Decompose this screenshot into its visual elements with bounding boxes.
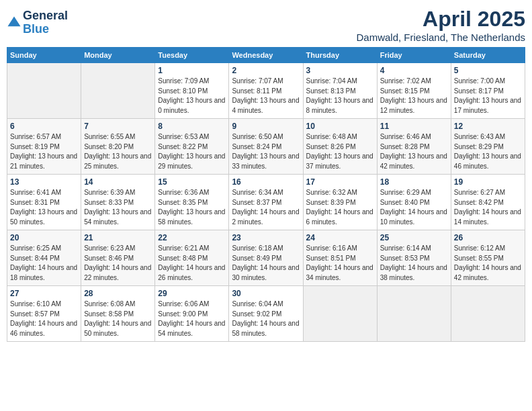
day-number: 24 [306, 233, 374, 242]
day-info: Sunrise: 6:53 AM Sunset: 8:22 PM Dayligh… [158, 132, 226, 171]
calendar-table: SundayMondayTuesdayWednesdayThursdayFrid… [7, 47, 525, 342]
day-info: Sunrise: 6:27 AM Sunset: 8:42 PM Dayligh… [454, 188, 522, 227]
calendar-cell: 17Sunrise: 6:32 AM Sunset: 8:39 PM Dayli… [303, 175, 377, 230]
day-info: Sunrise: 6:21 AM Sunset: 8:48 PM Dayligh… [158, 244, 226, 283]
calendar-cell: 9Sunrise: 6:50 AM Sunset: 8:24 PM Daylig… [229, 119, 303, 175]
weekday-header-tuesday: Tuesday [155, 48, 229, 63]
weekday-header-wednesday: Wednesday [229, 48, 303, 63]
day-info: Sunrise: 6:32 AM Sunset: 8:39 PM Dayligh… [306, 188, 374, 227]
week-row-4: 27Sunrise: 6:10 AM Sunset: 8:57 PM Dayli… [7, 286, 525, 342]
calendar-cell: 2Sunrise: 7:07 AM Sunset: 8:11 PM Daylig… [229, 63, 303, 119]
day-info: Sunrise: 6:06 AM Sunset: 9:00 PM Dayligh… [158, 300, 226, 338]
weekday-header-thursday: Thursday [303, 48, 377, 63]
day-number: 9 [232, 122, 300, 131]
calendar-cell: 10Sunrise: 6:48 AM Sunset: 8:26 PM Dayli… [303, 119, 377, 175]
weekday-header-row: SundayMondayTuesdayWednesdayThursdayFrid… [7, 48, 525, 63]
day-info: Sunrise: 6:43 AM Sunset: 8:29 PM Dayligh… [454, 132, 522, 171]
day-info: Sunrise: 6:08 AM Sunset: 8:58 PM Dayligh… [84, 300, 152, 338]
day-info: Sunrise: 6:46 AM Sunset: 8:28 PM Dayligh… [380, 132, 448, 171]
calendar-cell: 18Sunrise: 6:29 AM Sunset: 8:40 PM Dayli… [377, 175, 451, 230]
calendar-cell: 3Sunrise: 7:04 AM Sunset: 8:13 PM Daylig… [303, 63, 377, 119]
calendar-cell: 6Sunrise: 6:57 AM Sunset: 8:19 PM Daylig… [7, 119, 81, 175]
week-row-1: 6Sunrise: 6:57 AM Sunset: 8:19 PM Daylig… [7, 119, 525, 175]
calendar-cell [451, 286, 525, 342]
calendar-cell: 16Sunrise: 6:34 AM Sunset: 8:37 PM Dayli… [229, 175, 303, 230]
calendar-cell: 27Sunrise: 6:10 AM Sunset: 8:57 PM Dayli… [7, 286, 81, 342]
day-info: Sunrise: 6:36 AM Sunset: 8:35 PM Dayligh… [158, 188, 226, 227]
day-number: 15 [158, 177, 226, 187]
calendar-cell: 25Sunrise: 6:14 AM Sunset: 8:53 PM Dayli… [377, 230, 451, 286]
calendar-cell: 20Sunrise: 6:25 AM Sunset: 8:44 PM Dayli… [7, 230, 81, 286]
calendar-cell: 23Sunrise: 6:18 AM Sunset: 8:49 PM Dayli… [229, 230, 303, 286]
day-number: 16 [232, 177, 300, 187]
day-info: Sunrise: 6:25 AM Sunset: 8:44 PM Dayligh… [10, 244, 78, 283]
day-number: 20 [10, 233, 78, 242]
calendar-cell: 26Sunrise: 6:12 AM Sunset: 8:55 PM Dayli… [451, 230, 525, 286]
logo: General Blue [7, 9, 68, 36]
day-info: Sunrise: 6:39 AM Sunset: 8:33 PM Dayligh… [84, 188, 152, 227]
day-number: 5 [454, 66, 522, 75]
day-number: 8 [158, 122, 226, 131]
day-number: 2 [232, 66, 300, 75]
week-row-3: 20Sunrise: 6:25 AM Sunset: 8:44 PM Dayli… [7, 230, 525, 286]
day-number: 21 [84, 233, 152, 242]
calendar-cell [303, 286, 377, 342]
calendar-cell: 13Sunrise: 6:41 AM Sunset: 8:31 PM Dayli… [7, 175, 81, 230]
weekday-header-friday: Friday [377, 48, 451, 63]
day-info: Sunrise: 6:50 AM Sunset: 8:24 PM Dayligh… [232, 132, 300, 171]
calendar-cell: 14Sunrise: 6:39 AM Sunset: 8:33 PM Dayli… [81, 175, 155, 230]
day-info: Sunrise: 6:34 AM Sunset: 8:37 PM Dayligh… [232, 188, 300, 227]
day-info: Sunrise: 6:04 AM Sunset: 9:02 PM Dayligh… [232, 300, 300, 338]
day-number: 27 [10, 289, 78, 298]
weekday-header-saturday: Saturday [451, 48, 525, 63]
day-info: Sunrise: 6:41 AM Sunset: 8:31 PM Dayligh… [10, 188, 78, 227]
logo-icon [7, 15, 21, 30]
calendar-cell [377, 286, 451, 342]
day-number: 3 [306, 66, 374, 75]
calendar-cell: 30Sunrise: 6:04 AM Sunset: 9:02 PM Dayli… [229, 286, 303, 342]
calendar-cell: 4Sunrise: 7:02 AM Sunset: 8:15 PM Daylig… [377, 63, 451, 119]
calendar-cell [81, 63, 155, 119]
logo-text-general: General [23, 9, 68, 23]
day-number: 12 [454, 122, 522, 131]
day-number: 10 [306, 122, 374, 131]
calendar-cell: 24Sunrise: 6:16 AM Sunset: 8:51 PM Dayli… [303, 230, 377, 286]
calendar-subtitle: Damwald, Friesland, The Netherlands [356, 32, 525, 43]
title-block: April 2025 Damwald, Friesland, The Nethe… [356, 7, 525, 43]
day-number: 23 [232, 233, 300, 242]
logo-general: General [23, 9, 68, 22]
logo-blue-text: Blue [23, 22, 49, 36]
calendar-cell: 8Sunrise: 6:53 AM Sunset: 8:22 PM Daylig… [155, 119, 229, 175]
day-info: Sunrise: 6:18 AM Sunset: 8:49 PM Dayligh… [232, 244, 300, 283]
day-number: 11 [380, 122, 448, 131]
day-info: Sunrise: 6:57 AM Sunset: 8:19 PM Dayligh… [10, 132, 78, 171]
svg-marker-0 [7, 16, 20, 26]
day-number: 29 [158, 289, 226, 298]
day-number: 22 [158, 233, 226, 242]
day-number: 17 [306, 177, 374, 187]
weekday-header-monday: Monday [81, 48, 155, 63]
day-number: 18 [380, 177, 448, 187]
logo-text-blue: Blue [23, 23, 68, 36]
day-number: 30 [232, 289, 300, 298]
day-info: Sunrise: 7:00 AM Sunset: 8:17 PM Dayligh… [454, 77, 522, 116]
day-info: Sunrise: 6:23 AM Sunset: 8:46 PM Dayligh… [84, 244, 152, 283]
day-number: 26 [454, 233, 522, 242]
week-row-0: 1Sunrise: 7:09 AM Sunset: 8:10 PM Daylig… [7, 63, 525, 119]
day-info: Sunrise: 6:48 AM Sunset: 8:26 PM Dayligh… [306, 132, 374, 171]
calendar-cell: 21Sunrise: 6:23 AM Sunset: 8:46 PM Dayli… [81, 230, 155, 286]
day-info: Sunrise: 7:07 AM Sunset: 8:11 PM Dayligh… [232, 77, 300, 116]
day-info: Sunrise: 6:55 AM Sunset: 8:20 PM Dayligh… [84, 132, 152, 171]
day-info: Sunrise: 7:09 AM Sunset: 8:10 PM Dayligh… [158, 77, 226, 116]
calendar-cell: 12Sunrise: 6:43 AM Sunset: 8:29 PM Dayli… [451, 119, 525, 175]
day-number: 1 [158, 66, 226, 75]
weekday-header-sunday: Sunday [7, 48, 81, 63]
day-info: Sunrise: 6:12 AM Sunset: 8:55 PM Dayligh… [454, 244, 522, 283]
calendar-cell: 7Sunrise: 6:55 AM Sunset: 8:20 PM Daylig… [81, 119, 155, 175]
day-info: Sunrise: 6:29 AM Sunset: 8:40 PM Dayligh… [380, 188, 448, 227]
day-number: 4 [380, 66, 448, 75]
day-info: Sunrise: 6:14 AM Sunset: 8:53 PM Dayligh… [380, 244, 448, 283]
day-number: 25 [380, 233, 448, 242]
day-number: 7 [84, 122, 152, 131]
calendar-cell: 28Sunrise: 6:08 AM Sunset: 8:58 PM Dayli… [81, 286, 155, 342]
